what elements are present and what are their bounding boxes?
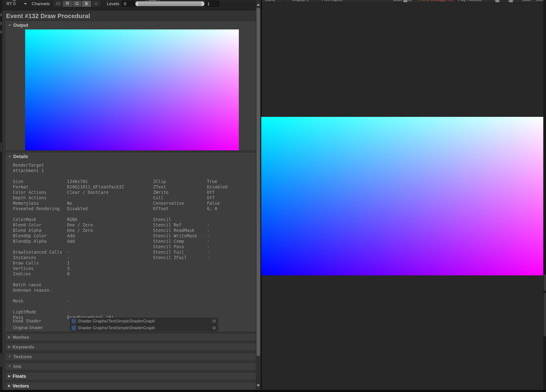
frame-debugger-panel: 132 RT 0 Channels All R G B A Levels 0 [2, 0, 256, 390]
shader-field-row: Original Shader Shader Graphs/TestSimple… [13, 325, 253, 331]
game-toolbar-item[interactable]: Play Focused [458, 0, 481, 2]
game-toolbar-item[interactable]: 1x [408, 0, 412, 2]
channel-button-group: All R G B A [53, 1, 100, 7]
detail-label-right [153, 271, 207, 276]
foldout-header[interactable]: ▶ Meshes [5, 333, 257, 341]
detail-label: Depth Actions [13, 195, 67, 200]
slider-min-thumb[interactable] [135, 1, 138, 6]
foldout-header[interactable]: ▶ Floats [5, 372, 257, 380]
detail-value-right: - [207, 233, 253, 238]
foldout-header[interactable]: ▶ Vectors [5, 382, 257, 390]
details-table: RenderTarget Attachment 1 [13, 162, 253, 320]
shader-graph-icon [72, 326, 76, 330]
detail-value-right: True [207, 179, 253, 184]
shader-object-field[interactable]: Shader Graphs/TestSimpleShaderGraph ⊙ [70, 325, 218, 331]
game-toolbar-item[interactable] [403, 0, 408, 2]
detail-value [67, 282, 153, 287]
detail-value-right [207, 211, 253, 217]
channel-button[interactable]: All [53, 1, 63, 7]
game-toolbar-item[interactable] [284, 0, 284, 2]
game-toolbar-item[interactable]: Frame Debugger on [418, 0, 453, 2]
detail-value: 3 [67, 266, 153, 271]
game-toolbar-item[interactable] [456, 0, 456, 2]
channels-label: Channels [32, 0, 50, 7]
game-toolbar-item[interactable]: Stats [522, 0, 531, 2]
channel-button[interactable]: G [72, 1, 82, 7]
foldout-open-icon: ▼ [8, 155, 11, 158]
object-picker-icon[interactable]: ⊙ [212, 326, 216, 330]
detail-label-right [153, 260, 207, 266]
detail-value-right: 0, 0 [207, 206, 253, 211]
detail-label-right [153, 266, 207, 271]
game-toolbar-item[interactable]: Free Aspect [322, 0, 343, 2]
detail-value: - [67, 249, 153, 255]
detail-row: Attachment 1 [13, 168, 253, 173]
scrollbar-thumb[interactable] [256, 8, 260, 356]
game-toolbar-item[interactable]: Display 1 [292, 0, 308, 2]
shader-object-field[interactable]: Shader Graphs/TestSimpleShaderGraph ⊙ [70, 318, 218, 324]
shader-field-label: Used Shader [13, 318, 41, 323]
channel-button[interactable]: B [82, 1, 91, 7]
detail-label [13, 293, 67, 298]
game-toolbar-item[interactable]: Game [265, 0, 275, 2]
detail-label-right: ZClip [153, 179, 207, 184]
detail-row: Depth Actions - Cull Off [13, 195, 253, 200]
scroll-up-icon[interactable] [257, 4, 260, 6]
levels-max-field[interactable]: 1 [205, 1, 219, 7]
detail-value-right: - [207, 222, 253, 228]
detail-label-right: Stencil Ref [153, 222, 207, 228]
toolbar-separator [104, 0, 105, 7]
detail-value-right [207, 287, 253, 293]
detail-row: DrawInstanced Calls - Stencil Fail - [13, 249, 253, 255]
levels-min-field[interactable]: 0 [122, 1, 135, 7]
game-toolbar-item[interactable]: Scale [393, 0, 403, 2]
vertical-scrollbar[interactable] [256, 0, 261, 390]
detail-value: 1 [67, 260, 153, 266]
detail-row: Stencil Pass - [13, 244, 253, 249]
channel-button[interactable]: A [91, 1, 100, 7]
detail-value [67, 244, 153, 249]
foldout-label: Ints [13, 364, 21, 369]
detail-value-right: - [207, 228, 253, 233]
game-toolbar-item[interactable] [509, 0, 513, 2]
game-toolbar-item[interactable] [320, 0, 320, 2]
detail-row: LightMode - [13, 309, 253, 314]
clipped-fragment [0, 30, 2, 33]
detail-label: Blend Alpha [13, 228, 67, 233]
foldout-arrow-icon: ▼ [8, 355, 11, 358]
detail-label: Unknown reason. [13, 287, 67, 293]
scroll-down-icon[interactable] [257, 385, 260, 386]
detail-label [13, 304, 67, 309]
detail-value-right [207, 271, 253, 276]
detail-label-right [153, 211, 207, 217]
detail-value-right [207, 298, 253, 304]
detail-row: BlendOp Color Add Stencil WriteMask - [13, 233, 253, 238]
detail-label-right: ZWrite [153, 189, 207, 195]
render-target-dropdown[interactable]: RT 0 [4, 0, 28, 7]
object-picker-icon[interactable]: ⊙ [212, 319, 216, 323]
detail-value-right [207, 293, 253, 298]
detail-label [13, 173, 67, 179]
detail-label-right: Stencil ZFail [153, 255, 207, 260]
clipped-fragment [0, 353, 2, 367]
detail-row: Instances - Stencil ZFail - [13, 255, 253, 260]
detail-value-right [207, 168, 253, 173]
channel-button[interactable]: R [63, 1, 72, 7]
detail-value [67, 173, 153, 179]
detail-label-right [153, 293, 207, 298]
detail-value: RGBA [67, 217, 153, 222]
foldout-label: Floats [13, 374, 26, 379]
detail-label-right [153, 287, 207, 293]
foldout-header[interactable]: ▼ Textures [5, 353, 257, 360]
output-section-header[interactable]: ▼Output [8, 23, 28, 28]
foldout-header[interactable]: ▶ Keywords [5, 343, 257, 351]
detail-value-right [207, 266, 253, 271]
game-toolbar-item[interactable] [495, 0, 499, 2]
levels-range-slider[interactable] [135, 1, 204, 6]
game-toolbar-item[interactable] [506, 0, 506, 2]
foldout-header[interactable]: ▼ Ints [5, 363, 257, 370]
detail-label-right: Stencil WriteMask [153, 233, 207, 238]
render-target-dropdown-value: RT 0 [6, 1, 16, 6]
detail-value: - [67, 298, 153, 304]
details-section-header[interactable]: ▼Details [8, 154, 28, 159]
